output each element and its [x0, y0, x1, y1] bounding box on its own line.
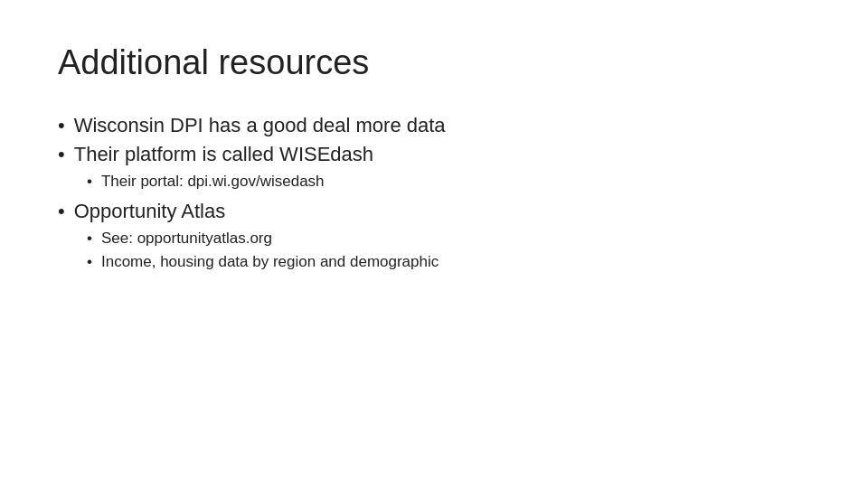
bullet-marker-3: • [58, 198, 65, 226]
slide-title: Additional resources [58, 43, 810, 83]
bullet-1-text: Wisconsin DPI has a good deal more data [74, 112, 446, 140]
bullet-marker-2a: • [87, 171, 92, 192]
bullet-2: • Their platform is called WISEdash [58, 141, 810, 169]
bullet-3a-text: See: opportunityatlas.org [101, 228, 272, 249]
bullet-marker-3a: • [87, 228, 92, 249]
bullet-3: • Opportunity Atlas [58, 198, 810, 226]
bullet-2a: • Their portal: dpi.wi.gov/wisedash [87, 171, 810, 192]
bullet-marker-3b: • [87, 251, 92, 273]
content-area: • Wisconsin DPI has a good deal more dat… [58, 112, 810, 278]
bullet-3-text: Opportunity Atlas [74, 198, 226, 226]
bullet-marker-2: • [58, 141, 65, 169]
bullet-marker-1: • [58, 112, 65, 140]
bullet-3b: • Income, housing data by region and dem… [87, 251, 810, 273]
bullet-2a-text: Their portal: dpi.wi.gov/wisedash [101, 171, 325, 192]
slide: Additional resources • Wisconsin DPI has… [0, 0, 868, 488]
bullet-1: • Wisconsin DPI has a good deal more dat… [58, 112, 810, 140]
bullet-3b-text: Income, housing data by region and demog… [101, 251, 439, 273]
bullet-3a: • See: opportunityatlas.org [87, 228, 810, 249]
bullet-2-text: Their platform is called WISEdash [74, 141, 373, 169]
